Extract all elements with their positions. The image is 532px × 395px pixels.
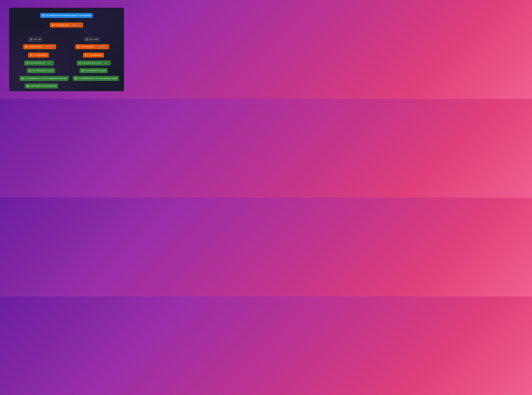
svg-rect-43 bbox=[76, 78, 76, 78]
touch-icon-2 bbox=[85, 54, 87, 56]
check-flash-valid-label: Check Flash Banner is displayed bbox=[32, 70, 53, 71]
selector-icon-2 bbox=[75, 77, 77, 80]
selector-icon bbox=[21, 77, 24, 80]
svg-rect-49 bbox=[28, 86, 28, 87]
svg-rect-41 bbox=[22, 78, 23, 79]
svg-rect-46 bbox=[27, 85, 28, 86]
diagram-window: Open https://the-internet.herokuapp.com/… bbox=[9, 8, 124, 91]
set-password-invalid-label: Set Password Input to randomZipCode bbox=[81, 46, 107, 48]
check-address-valid-label: Check address ends with /secure bbox=[29, 62, 52, 64]
set-password-valid-label: Set Password Input to validPassword bbox=[28, 46, 54, 48]
touch-submit-invalid-label: Touch Submit Button bbox=[88, 54, 102, 56]
svg-rect-28 bbox=[77, 46, 79, 47]
link-icon bbox=[26, 62, 29, 64]
keyboard-icon-2 bbox=[25, 45, 27, 48]
check-flash-text-valid-label: Check Flash Banner text contains You log… bbox=[25, 77, 67, 79]
svg-rect-14 bbox=[52, 25, 54, 26]
svg-rect-12 bbox=[43, 15, 44, 16]
eye-icon bbox=[29, 69, 31, 72]
keyboard-icon-3 bbox=[77, 45, 80, 48]
open-label: Open https://the-internet.herokuapp.com/… bbox=[45, 15, 91, 16]
svg-rect-47 bbox=[28, 85, 28, 86]
check-flash-invalid-node: Check Flash Banner is displayed bbox=[80, 68, 108, 73]
open-url-node: Open https://the-internet.herokuapp.com/… bbox=[40, 13, 93, 18]
check-address-invalid-label: Check address doesn't end with /secure bbox=[82, 62, 109, 64]
svg-point-35 bbox=[30, 70, 30, 71]
svg-rect-22 bbox=[26, 46, 27, 47]
group-valid-label: Login - Valid bbox=[33, 38, 41, 40]
touch-submit-valid-node: Touch Submit Button bbox=[28, 53, 49, 57]
set-password-valid-node: Set Password Input to validPassword bbox=[23, 44, 56, 49]
group-valid-node: Login - Valid bbox=[28, 37, 43, 42]
check-flash-text-invalid-label: Check Flash Banner text contains Your pa… bbox=[78, 77, 117, 79]
eye-icon-2 bbox=[81, 69, 84, 72]
touch-submit-valid-label: Touch Submit Button bbox=[33, 54, 47, 56]
link-icon-2 bbox=[79, 62, 81, 64]
svg-rect-42 bbox=[75, 78, 76, 78]
browser-icon bbox=[42, 14, 45, 17]
svg-rect-38 bbox=[22, 78, 22, 78]
check-h2-node: Check First H2 text contains secure area bbox=[25, 84, 58, 88]
touch-icon bbox=[30, 54, 33, 56]
keyboard-icon bbox=[52, 24, 54, 26]
touch-submit-invalid-node: Touch Submit Button bbox=[83, 53, 104, 57]
svg-rect-40 bbox=[22, 78, 22, 79]
set-username-label: Set Username Input to validUsername bbox=[55, 24, 81, 26]
check-h2-label: Check First H2 text contains secure area bbox=[30, 85, 56, 87]
edit-icon-2 bbox=[86, 38, 88, 41]
group-invalid-node: Login - Invalid bbox=[84, 37, 100, 42]
selector-icon-3 bbox=[27, 85, 29, 87]
svg-rect-39 bbox=[22, 78, 23, 78]
check-address-invalid-node: Check address doesn't end with /secure bbox=[77, 61, 111, 66]
svg-rect-48 bbox=[27, 86, 28, 87]
check-flash-text-invalid-node: Check Flash Banner text contains Your pa… bbox=[73, 76, 119, 81]
check-flash-text-valid-node: Check Flash Banner text contains You log… bbox=[19, 76, 69, 81]
svg-rect-45 bbox=[76, 78, 76, 79]
check-address-valid-node: Check address ends with /secure bbox=[24, 61, 54, 66]
set-password-invalid-node: Set Password Input to randomZipCode bbox=[75, 44, 109, 49]
svg-point-37 bbox=[82, 70, 83, 71]
check-flash-valid-node: Check Flash Banner is displayed bbox=[27, 68, 55, 73]
edit-icon bbox=[30, 38, 33, 41]
set-username-node: Set Username Input to validUsername bbox=[50, 23, 83, 27]
check-flash-invalid-label: Check Flash Banner is displayed bbox=[85, 70, 106, 71]
group-invalid-label: Login - Invalid bbox=[89, 38, 98, 40]
svg-rect-44 bbox=[75, 78, 76, 79]
